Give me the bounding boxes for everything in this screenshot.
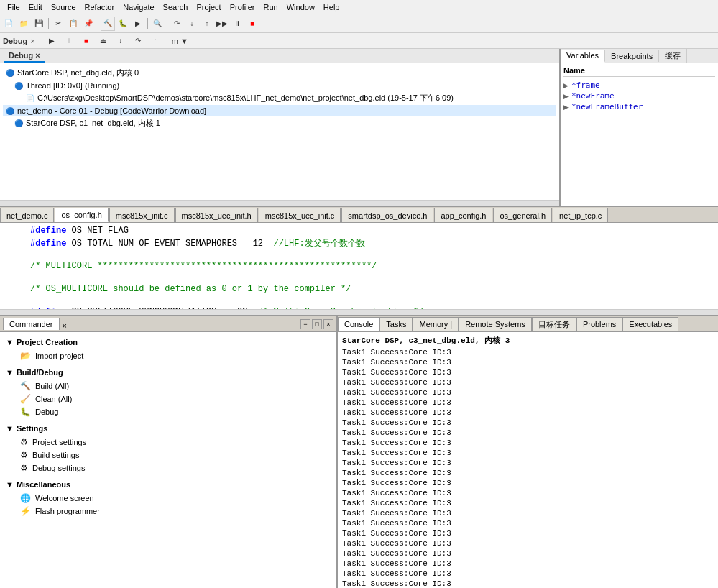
menu-refactor[interactable]: Refactor xyxy=(80,1,119,13)
menu-file[interactable]: File xyxy=(3,1,24,13)
tree-item-0[interactable]: 🔵 StarCore DSP, net_dbg.eld, 内核 0 xyxy=(3,66,556,80)
debug-panel-titlebar: Debug × xyxy=(0,49,559,63)
debug-tab-label[interactable]: Debug × xyxy=(4,50,45,63)
run-btn[interactable]: ▶ xyxy=(131,17,145,31)
debug-tab-close[interactable]: × xyxy=(30,37,34,45)
cmd-debug-settings[interactable]: ⚙ Debug settings xyxy=(6,461,331,474)
debug-terminate[interactable]: ■ xyxy=(79,34,93,48)
menu-run[interactable]: Run xyxy=(259,1,282,13)
cmd-build-settings[interactable]: ⚙ Build settings xyxy=(6,449,331,461)
console-line-16: Task1 Success:Core ID:3 xyxy=(342,508,714,518)
save-btn[interactable]: 💾 xyxy=(32,17,46,31)
debug-cmd-icon: 🐛 xyxy=(20,407,31,417)
cmd-welcome-screen[interactable]: 🌐 Welcome screen xyxy=(6,492,331,505)
maximize-btn[interactable]: □ xyxy=(312,319,322,329)
debug-disconnect[interactable]: ⏏ xyxy=(96,34,111,48)
step-out-btn[interactable]: ↑ xyxy=(200,17,214,31)
menu-edit[interactable]: Edit xyxy=(24,1,47,13)
editor-scrollbar-h[interactable] xyxy=(0,309,718,315)
suspend-btn[interactable]: ⏸ xyxy=(230,17,244,31)
commander-panel: Commander × − □ × ▼ Project Creation 📂 I… xyxy=(0,316,338,588)
cmd-debug[interactable]: 🐛 Debug xyxy=(6,405,331,418)
console-tab-target[interactable]: 目标任务 xyxy=(532,317,576,331)
sep-3 xyxy=(147,18,148,29)
console-line-6: Task1 Success:Core ID:3 xyxy=(342,408,714,418)
editor-tab-net-demo[interactable]: net_demo.c xyxy=(0,208,54,222)
editor-tab-msc815x-uec-init-h[interactable]: msc815x_uec_init.h xyxy=(175,208,258,222)
editor-tab-msc815x-init[interactable]: msc815x_init.c xyxy=(109,208,175,222)
minimize-btn[interactable]: − xyxy=(300,319,310,329)
debug-step-into[interactable]: ↓ xyxy=(114,34,128,48)
console-tab-console[interactable]: Console xyxy=(338,317,379,331)
editor-tab-smartdsp-os[interactable]: smartdsp_os_device.h xyxy=(341,208,433,222)
tree-item-4[interactable]: 🔵 StarCore DSP, c1_net_dbg.eld, 内核 1 xyxy=(3,116,556,130)
console-line-7: Task1 Success:Core ID:3 xyxy=(342,418,714,428)
resume-btn[interactable]: ▶▶ xyxy=(215,17,229,31)
editor-content[interactable]: #define OS_NET_FLAG #define OS_TOTAL_NUM… xyxy=(0,223,718,309)
top-section: Debug × 🔵 StarCore DSP, net_dbg.eld, 内核 … xyxy=(0,49,718,207)
editor-tab-os-general[interactable]: os_general.h xyxy=(493,208,552,222)
step-into-btn[interactable]: ↓ xyxy=(185,17,199,31)
cmd-debug-label: Debug xyxy=(35,408,58,416)
panel-controls: − □ × xyxy=(300,319,333,329)
build-icon: 🔨 xyxy=(20,381,31,391)
cmd-flash-programmer[interactable]: ⚡ Flash programmer xyxy=(6,505,331,518)
editor-tab-msc815x-uec-init-c[interactable]: msc815x_uec_init.c xyxy=(259,208,341,222)
open-btn[interactable]: 📁 xyxy=(17,17,31,31)
commander-tab-close[interactable]: × xyxy=(60,321,70,330)
console-tab-problems[interactable]: Problems xyxy=(576,317,622,331)
tab-breakpoints[interactable]: Breakpoints xyxy=(605,50,659,62)
var-row-0[interactable]: ▶ *frame xyxy=(563,80,715,91)
menu-profiler[interactable]: Profiler xyxy=(226,1,259,13)
debug-tree-scrollbar-h[interactable] xyxy=(0,200,559,206)
section-build-debug: ▼ Build/Debug 🔨 Build (All) 🧹 Clean (All… xyxy=(6,368,331,418)
tab-variables[interactable]: Variables xyxy=(561,50,605,63)
cmd-flash-label: Flash programmer xyxy=(35,507,100,515)
terminate-btn[interactable]: ■ xyxy=(245,17,259,31)
tree-icon-0: 🔵 xyxy=(6,69,14,77)
cmd-import-project[interactable]: 📂 Import project xyxy=(6,349,331,362)
copy-btn[interactable]: 📋 xyxy=(66,17,80,31)
editor-tab-app-config[interactable]: app_config.h xyxy=(434,208,492,222)
close-btn[interactable]: × xyxy=(323,319,333,329)
editor-tab-net-ip-tcp[interactable]: net_ip_tcp.c xyxy=(553,208,608,222)
debug-btn[interactable]: 🐛 xyxy=(116,17,130,31)
console-tab-remote[interactable]: Remote Systems xyxy=(459,317,532,331)
tree-item-1[interactable]: 🔵 Thread [ID: 0x0] (Running) xyxy=(3,80,556,91)
cut-btn[interactable]: ✂ xyxy=(51,17,65,31)
paste-btn[interactable]: 📌 xyxy=(81,17,96,31)
var-header: Name xyxy=(563,66,715,77)
debug-resume[interactable]: ▶ xyxy=(45,34,59,48)
section-title-build-debug: ▼ Build/Debug xyxy=(6,368,331,377)
cmd-project-settings[interactable]: ⚙ Project settings xyxy=(6,436,331,449)
tab-cache[interactable]: 缓存 xyxy=(659,49,687,63)
var-row-1[interactable]: ▶ *newFrame xyxy=(563,91,715,101)
search-btn[interactable]: 🔍 xyxy=(150,17,165,31)
debug-suspend[interactable]: ⏸ xyxy=(62,34,76,48)
menu-project[interactable]: Project xyxy=(192,1,225,13)
console-tab-memory[interactable]: Memory | xyxy=(413,317,459,331)
build-btn[interactable]: 🔨 xyxy=(101,17,115,31)
var-row-2[interactable]: ▶ *newFrameBuffer xyxy=(563,101,715,112)
cmd-clean[interactable]: 🧹 Clean (All) xyxy=(6,392,331,405)
menu-source[interactable]: Source xyxy=(47,1,80,13)
menu-window[interactable]: Window xyxy=(282,1,319,13)
commander-tab[interactable]: Commander xyxy=(3,318,60,330)
tree-item-3[interactable]: 🔵 net_demo - Core 01 - Debug [CodeWarrio… xyxy=(3,105,556,116)
console-tab-executables[interactable]: Executables xyxy=(622,317,678,331)
console-content[interactable]: StarCore DSP, c3_net_dbg.eld, 内核 3 Task1… xyxy=(338,332,718,588)
debug-step-out[interactable]: ↑ xyxy=(148,34,162,48)
step-over-btn[interactable]: ↷ xyxy=(170,17,184,31)
menu-search[interactable]: Search xyxy=(159,1,193,13)
code-text-4: /* MULTICORE ***************************… xyxy=(30,261,715,272)
console-line-20: Task1 Success:Core ID:3 xyxy=(342,548,714,559)
menu-help[interactable]: Help xyxy=(319,1,344,13)
editor-tab-os-config[interactable]: os_config.h xyxy=(55,208,108,222)
new-btn[interactable]: 📄 xyxy=(1,17,16,31)
debug-step-over[interactable]: ↷ xyxy=(131,34,145,48)
menu-navigate[interactable]: Navigate xyxy=(119,1,158,13)
tree-item-2[interactable]: 📄 C:\Users\zxg\Desktop\SmartDSP\demos\st… xyxy=(3,91,556,105)
console-tab-tasks[interactable]: Tasks xyxy=(379,317,413,331)
line-num-1 xyxy=(3,226,24,237)
cmd-build[interactable]: 🔨 Build (All) xyxy=(6,380,331,392)
